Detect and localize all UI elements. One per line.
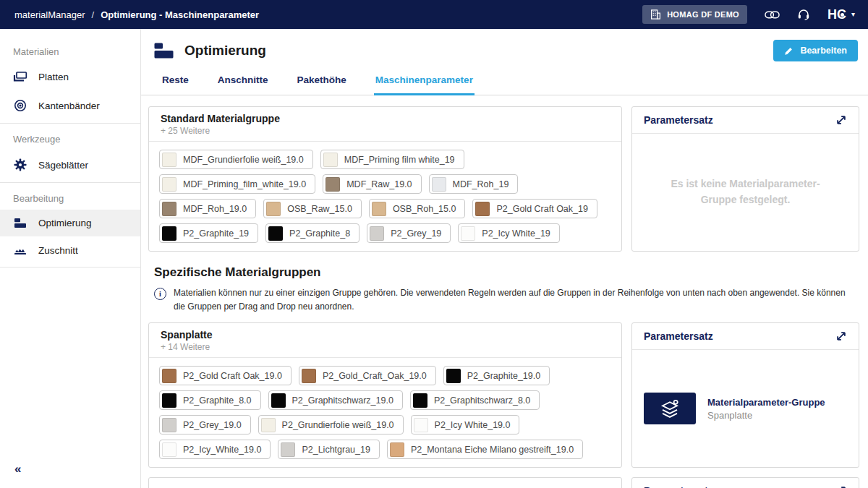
material-swatch-icon [162, 418, 176, 432]
breadcrumb-separator: / [92, 9, 95, 20]
tab-pakethoehe[interactable]: Pakethöhe [296, 67, 348, 95]
material-swatch-icon [271, 393, 286, 408]
main-content: Optimierung Bearbeiten Reste Anschnitte … [141, 29, 868, 488]
link-icon[interactable] [765, 10, 780, 20]
material-chip: P2_Grey_19.0 [159, 415, 251, 435]
more-materials-label[interactable]: + 25 Weitere [161, 126, 610, 136]
expand-icon[interactable] [835, 330, 847, 342]
material-chip: P2_Gold Craft Oak_19 [472, 199, 597, 218]
material-chip-label: OSB_Roh_15.0 [393, 204, 456, 214]
material-chip-list: P2_Gold Craft Oak_19.0 P2_Gold_Craft_Oak… [149, 358, 621, 467]
tab-maschinenparameter[interactable]: Maschinenparameter [374, 67, 475, 95]
info-icon: i [154, 288, 166, 300]
pencil-icon [784, 46, 793, 56]
material-chip: MDF_Priming_film_white_19.0 [159, 174, 315, 194]
material-chip-label: P2_Graphitschwarz_19.0 [292, 395, 393, 406]
headset-icon[interactable] [797, 9, 810, 20]
material-chip-label: P2_Lichtgrau_19 [302, 445, 370, 455]
section-label: Werkzeuge [0, 124, 140, 150]
sidebar-item-optimierung[interactable]: Optimierung [0, 210, 140, 236]
sidebar-collapse-button[interactable]: « [0, 453, 140, 488]
material-chip-label: P2_Graphite_19 [183, 228, 249, 239]
parameterset-card-standard: Parametersatz Es ist keine Materialparam… [631, 106, 859, 252]
tab-anschnitte[interactable]: Anschnitte [216, 67, 270, 95]
parameterset-title: Parametersatz [644, 330, 713, 342]
material-chip: P2_Icy White_19 [458, 223, 560, 243]
standard-group-row: Standard Materialgruppe + 25 Weitere MDF… [148, 106, 859, 252]
material-chip-label: P2_Graphitschwarz_8.0 [434, 395, 530, 406]
section-label: Bearbeitung [0, 183, 140, 210]
material-chip-label: MDF_Roh_19 [453, 179, 509, 189]
tab-reste[interactable]: Reste [161, 67, 190, 95]
sidebar-item-zuschnitt[interactable]: Zuschnitt [0, 236, 140, 264]
parameterset-title: Parametersatz [644, 114, 713, 126]
material-swatch-icon [162, 442, 176, 457]
breadcrumb-page-title: Optimierung - Maschinenparameter [101, 9, 259, 20]
sidebar-item-label: Optimierung [38, 218, 92, 228]
material-chip-label: P2_Grey_19 [391, 228, 441, 239]
material-swatch-icon [326, 177, 340, 192]
material-chip: P2_Gold_Craft_Oak_19.0 [299, 366, 436, 385]
card-header: HPL [149, 478, 621, 488]
spanplatte-group-card: Spanplatte + 14 Weitere P2_Gold Craft Oa… [148, 322, 622, 468]
material-chip: OSB_Raw_15.0 [263, 199, 362, 218]
material-chip: P2_Gold Craft Oak_19.0 [159, 366, 292, 385]
expand-icon[interactable] [835, 114, 847, 126]
material-chip-label: P2_Gold Craft Oak_19.0 [183, 371, 282, 381]
material-swatch-icon [266, 202, 281, 216]
material-chip-list: MDF_Grundierfolie weiß_19.0 MDF_Priming … [149, 142, 621, 251]
material-chip: OSB_Roh_15.0 [369, 199, 466, 218]
page-title: Optimierung [184, 43, 266, 59]
page-header: Optimierung Bearbeiten [141, 29, 868, 67]
material-chip-label: P2_Gold Craft Oak_19 [496, 204, 587, 214]
material-swatch-icon [475, 202, 490, 216]
material-chip-label: P2_Graphite_8.0 [183, 395, 252, 406]
tab-content: Standard Materialgruppe + 25 Weitere MDF… [141, 95, 868, 488]
material-chip-label: P2_Icy_White_19.0 [183, 445, 261, 455]
material-chip: P2_Graphite_8.0 [159, 390, 261, 410]
expand-icon[interactable] [835, 485, 847, 488]
material-swatch-icon [446, 369, 461, 383]
breadcrumb-brand[interactable]: materialManager [14, 9, 85, 20]
account-menu[interactable]: HC ▾ [827, 7, 855, 22]
material-swatch-icon [323, 153, 338, 167]
section-title: Spezifische Materialgruppen [154, 265, 859, 280]
more-materials-label[interactable]: + 14 Weitere [161, 342, 610, 352]
material-chip-label: MDF_Grundierfolie weiß_19.0 [183, 155, 304, 165]
info-banner: i Materialien können nur zu einer einzig… [154, 286, 858, 313]
material-swatch-icon [162, 177, 176, 192]
material-chip-label: P2_Graphite_8 [289, 228, 350, 239]
tenant-button[interactable]: HOMAG DF DEMO [642, 5, 747, 24]
standard-group-card: Standard Materialgruppe + 25 Weitere MDF… [148, 106, 622, 252]
card-header: Parametersatz [632, 107, 859, 134]
section-label: Materialien [0, 36, 140, 63]
sidebar-item-saegeblaetter[interactable]: Sägeblätter [0, 150, 140, 179]
hpl-group-card: HPL HPL_Grey_0.8 HPL_Lichtgrau [148, 477, 622, 488]
material-chip: P2_Grundierfolie weiß_19.0 [258, 415, 404, 435]
material-chip: P2_Graphite_19 [159, 223, 258, 243]
material-chip-label: P2_Grey_19.0 [183, 420, 242, 430]
parameterset-group-row[interactable]: Materialparameter-Gruppe Spanplatte [632, 350, 859, 467]
material-swatch-icon [370, 226, 384, 241]
sidebar-section-materialien: Materialien Platten Kantenbänder [0, 36, 140, 124]
material-chip-label: MDF_Priming film white_19 [344, 155, 455, 165]
material-chip: P2_Icy_White_19.0 [159, 440, 271, 459]
material-swatch-icon [302, 369, 316, 383]
sidebar-item-kantenbaender[interactable]: Kantenbänder [0, 91, 140, 120]
material-swatch-icon [461, 226, 475, 241]
edit-button[interactable]: Bearbeiten [773, 40, 858, 61]
building-icon [650, 9, 661, 20]
material-chip-label: MDF_Raw_19.0 [346, 179, 412, 189]
material-chip-label: P2_Graphite_19.0 [467, 371, 540, 381]
material-chip-label: P2_Grundierfolie weiß_19.0 [282, 420, 394, 430]
material-swatch-icon [372, 202, 386, 216]
sidebar-item-platten[interactable]: Platten [0, 63, 140, 91]
saw-blade-icon [13, 244, 27, 256]
parameterset-card-spanplatte: Parametersatz [631, 322, 859, 468]
material-chip: P2_Graphite_19.0 [443, 366, 550, 385]
material-chip: MDF_Grundierfolie weiß_19.0 [159, 150, 313, 169]
gear-icon [13, 158, 27, 171]
material-chip-label: P2_Gold_Craft_Oak_19.0 [323, 371, 427, 381]
material-chip-label: OSB_Raw_15.0 [287, 204, 352, 214]
material-chip-label: MDF_Roh_19.0 [183, 204, 247, 214]
